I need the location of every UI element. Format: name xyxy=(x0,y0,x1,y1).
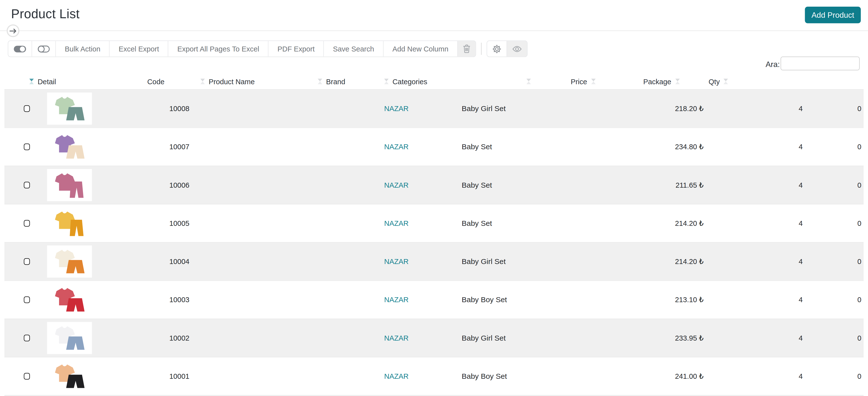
brand-link[interactable]: NAZAR xyxy=(384,295,409,304)
brand-link[interactable]: NAZAR xyxy=(384,104,409,113)
toolbar-button-group: Bulk Action Excel Export Export All Page… xyxy=(8,40,476,57)
select-all-toggle-button[interactable] xyxy=(8,41,32,57)
column-label: Product Name xyxy=(209,77,255,86)
column-header-price[interactable]: Price xyxy=(571,74,595,89)
delete-selected-button[interactable] xyxy=(458,41,475,57)
product-category: Baby Set xyxy=(462,181,492,189)
bulk-action-button[interactable]: Bulk Action xyxy=(56,41,110,57)
product-category: Baby Girl Set xyxy=(462,257,506,265)
row-checkbox[interactable] xyxy=(24,334,30,341)
row-checkbox[interactable] xyxy=(24,105,30,112)
product-category: Baby Set xyxy=(462,219,492,227)
product-code: 10003 xyxy=(157,295,202,304)
filter-icon[interactable] xyxy=(29,79,34,84)
toolbar-settings-group xyxy=(487,40,528,57)
product-qty: 0 xyxy=(806,104,861,113)
price-column-filter[interactable] xyxy=(527,74,531,89)
product-image[interactable] xyxy=(47,360,92,392)
table-row: 10007 NAZAR Baby Set 234.80 ₺ 4 0 xyxy=(4,127,864,165)
toolbar-divider xyxy=(481,43,482,55)
garment-bottom-shape xyxy=(66,145,84,158)
add-product-button[interactable]: Add Product xyxy=(805,7,861,23)
product-code: 10004 xyxy=(157,257,202,265)
product-image[interactable] xyxy=(47,207,92,239)
product-code: 10001 xyxy=(157,372,202,380)
brand-link[interactable]: NAZAR xyxy=(384,181,409,189)
column-header-brand[interactable]: Brand xyxy=(318,74,345,89)
search-input[interactable] xyxy=(781,57,860,70)
product-image[interactable] xyxy=(47,322,92,354)
product-qty: 0 xyxy=(806,142,861,151)
deselect-all-toggle-button[interactable] xyxy=(32,41,56,57)
gear-icon xyxy=(492,44,501,53)
product-code: 10007 xyxy=(157,142,202,151)
column-header-detail[interactable]: Detail xyxy=(29,74,56,89)
product-qty: 0 xyxy=(806,219,861,227)
save-search-button[interactable]: Save Search xyxy=(324,41,383,57)
row-checkbox[interactable] xyxy=(24,258,30,264)
filter-icon[interactable] xyxy=(723,79,728,84)
column-header-product-name[interactable]: Product Name xyxy=(200,74,255,89)
product-package: 4 xyxy=(747,372,803,380)
pdf-export-button[interactable]: PDF Export xyxy=(269,41,324,57)
filter-icon[interactable] xyxy=(527,79,531,84)
product-image[interactable] xyxy=(47,92,92,124)
column-settings-button[interactable] xyxy=(487,41,507,57)
arrow-right-icon xyxy=(9,28,17,34)
column-header-qty[interactable]: Qty xyxy=(709,74,728,89)
product-image[interactable] xyxy=(47,131,92,163)
garment-bottom-shape xyxy=(66,374,84,388)
row-checkbox[interactable] xyxy=(24,373,30,379)
product-price: 218.20 ₺ xyxy=(609,104,704,113)
add-new-column-button[interactable]: Add New Column xyxy=(383,41,458,57)
filter-icon[interactable] xyxy=(591,79,595,84)
toggle-on-icon xyxy=(13,45,27,53)
product-price: 214.20 ₺ xyxy=(609,219,704,227)
column-header-categories[interactable]: Categories xyxy=(384,74,427,89)
garment-bottom-shape xyxy=(69,220,83,236)
garment-bottom-shape xyxy=(66,336,84,349)
brand-link[interactable]: NAZAR xyxy=(384,334,409,342)
product-price: 233.95 ₺ xyxy=(609,334,704,342)
column-label: Qty xyxy=(709,77,720,86)
product-price: 214.20 ₺ xyxy=(609,257,704,265)
search-label: Ara: xyxy=(766,60,780,69)
brand-link[interactable]: NAZAR xyxy=(384,257,409,265)
product-qty: 0 xyxy=(806,334,861,342)
row-checkbox[interactable] xyxy=(24,220,30,226)
column-label: Brand xyxy=(326,77,345,86)
filter-icon[interactable] xyxy=(675,79,680,84)
excel-export-button[interactable]: Excel Export xyxy=(110,41,168,57)
column-visibility-button[interactable] xyxy=(507,41,527,57)
product-image[interactable] xyxy=(47,169,92,201)
filter-icon[interactable] xyxy=(200,79,205,84)
column-label: Categories xyxy=(393,77,427,86)
column-header-package[interactable]: Package xyxy=(643,74,680,89)
column-label: Code xyxy=(147,77,164,86)
product-image[interactable] xyxy=(47,283,92,316)
brand-link[interactable]: NAZAR xyxy=(384,219,409,227)
garment-bottom-shape xyxy=(66,260,84,273)
product-image[interactable] xyxy=(47,245,92,278)
product-package: 4 xyxy=(747,257,803,265)
filter-icon[interactable] xyxy=(318,79,322,84)
collapse-toolbar-button[interactable] xyxy=(7,24,20,37)
row-checkbox[interactable] xyxy=(24,181,30,188)
column-label: Detail xyxy=(38,77,56,86)
table-header: Detail Code Product Name Brand Categorie… xyxy=(4,74,864,89)
table-toolbar: Bulk Action Excel Export Export All Page… xyxy=(8,40,528,57)
garment-bottom-shape xyxy=(66,107,84,120)
product-package: 4 xyxy=(747,295,803,304)
brand-link[interactable]: NAZAR xyxy=(384,372,409,380)
export-all-pages-button[interactable]: Export All Pages To Excel xyxy=(168,41,269,57)
filter-icon[interactable] xyxy=(384,79,389,84)
page-title: Product List xyxy=(11,7,80,22)
table-row: 10002 NAZAR Baby Girl Set 233.95 ₺ 4 0 xyxy=(4,318,864,357)
product-category: Baby Set xyxy=(462,142,492,151)
row-checkbox[interactable] xyxy=(24,296,30,303)
product-category: Baby Boy Set xyxy=(462,295,507,304)
row-checkbox[interactable] xyxy=(24,143,30,150)
brand-link[interactable]: NAZAR xyxy=(384,142,409,151)
column-header-code[interactable]: Code xyxy=(147,74,164,89)
garment-bottom-shape xyxy=(66,298,84,311)
